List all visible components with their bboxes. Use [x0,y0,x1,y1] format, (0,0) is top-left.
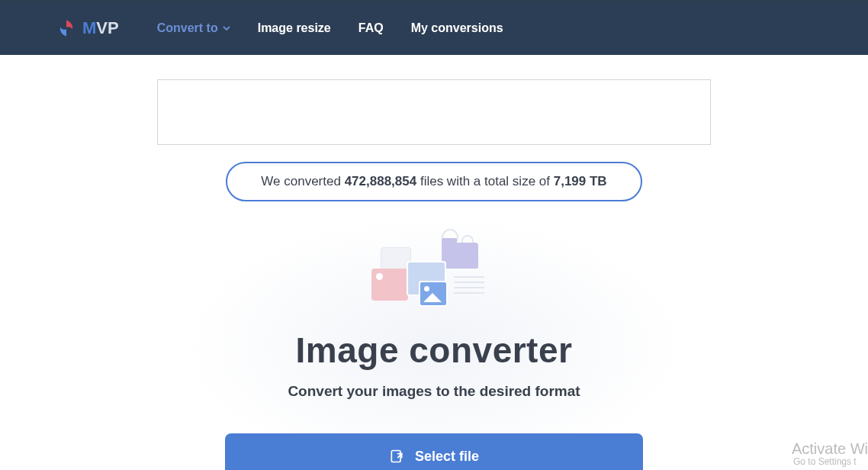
button-label: Select file [415,449,479,465]
document-lines-icon [454,276,484,307]
stats-file-count: 472,888,854 [345,174,417,188]
stats-total-size: 7,199 TB [554,174,607,188]
hero-illustration [365,221,503,325]
logo[interactable]: MVP [56,18,119,38]
chevron-down-icon [223,26,230,31]
hero-section: Image converter Convert your images to t… [159,215,709,470]
folder-icon [442,243,478,269]
page-title: Image converter [296,330,573,371]
nav-my-conversions[interactable]: My conversions [411,21,503,35]
main-content: We converted 472,888,854 files with a to… [0,55,868,470]
stats-pill: We converted 472,888,854 files with a to… [226,162,641,201]
select-file-button[interactable]: Select file [225,433,643,470]
photo-icon [371,269,408,301]
page-subtitle: Convert your images to the desired forma… [288,383,580,400]
nav-image-resize[interactable]: Image resize [258,21,331,35]
file-icon [389,449,404,464]
photo-icon [419,281,448,307]
watermark-line2: Go to Settings t [792,457,868,467]
nav-label: Image resize [258,21,331,35]
nav-label: My conversions [411,21,503,35]
logo-text: MVP [82,18,119,38]
windows-activation-watermark: Activate Wi Go to Settings t [792,440,868,467]
nav-label: FAQ [358,21,384,35]
stats-prefix: We converted [261,174,344,188]
navbar: MVP Convert to Image resize FAQ My conve… [0,2,868,55]
nav-label: Convert to [157,21,218,35]
nav-faq[interactable]: FAQ [358,21,384,35]
nav-convert-to[interactable]: Convert to [157,21,230,35]
ad-placeholder [157,79,711,145]
watermark-line1: Activate Wi [792,440,868,457]
nav-links: Convert to Image resize FAQ My conversio… [157,21,503,35]
stats-mid: files with a total size of [416,174,554,188]
logo-icon [56,18,76,38]
